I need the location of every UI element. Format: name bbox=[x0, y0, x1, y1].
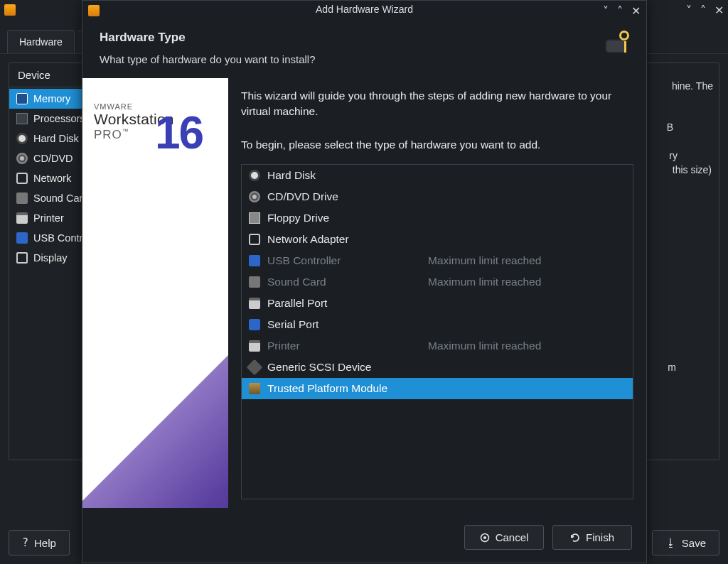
hdd-icon bbox=[16, 133, 28, 144]
brand-version: 16 bbox=[155, 107, 203, 159]
cancel-icon bbox=[480, 533, 490, 543]
help-button-label: Help bbox=[34, 537, 56, 549]
close-icon[interactable]: ✕ bbox=[714, 4, 724, 17]
detail-text-fragment: ry bbox=[669, 150, 678, 161]
wizard-sidebar: VMWARE Workstation PRO™ 16 bbox=[82, 78, 228, 508]
wizard-body: VMWARE Workstation PRO™ 16 This wizard w… bbox=[82, 78, 646, 508]
app-icon bbox=[4, 4, 16, 16]
hardware-type-label: Network Adapter bbox=[267, 233, 395, 246]
hardware-type-status: Maximum limit reached bbox=[428, 340, 541, 352]
cd-icon bbox=[16, 153, 28, 164]
detail-text-fragment: B bbox=[667, 121, 673, 133]
net-icon bbox=[16, 173, 28, 184]
hdd-icon bbox=[249, 170, 260, 181]
detail-text-fragment: hine. The bbox=[672, 80, 713, 92]
finish-icon bbox=[570, 533, 580, 543]
printer-icon bbox=[249, 298, 260, 309]
detail-text-fragment: this size) bbox=[673, 164, 712, 175]
brand-pro: PRO bbox=[94, 128, 122, 141]
hardware-type-serial-port[interactable]: Serial Port bbox=[242, 314, 633, 335]
printer-icon bbox=[16, 212, 28, 224]
hardware-type-label: Printer bbox=[267, 340, 395, 352]
hardware-type-label: Hard Disk bbox=[267, 169, 395, 182]
cancel-button[interactable]: Cancel bbox=[464, 525, 544, 550]
display-icon bbox=[16, 252, 28, 264]
hardware-type-parallel-port[interactable]: Parallel Port bbox=[242, 293, 633, 314]
hardware-type-label: Serial Port bbox=[267, 318, 395, 331]
hardware-type-network-adapter[interactable]: Network Adapter bbox=[242, 229, 633, 250]
hardware-type-printer: PrinterMaximum limit reached bbox=[242, 335, 633, 357]
app-icon bbox=[88, 5, 100, 16]
hardware-type-usb-controller: USB ControllerMaximum limit reached bbox=[242, 250, 633, 271]
add-hardware-wizard: Add Hardware Wizard ˅ ˄ ✕ Hardware Type … bbox=[82, 0, 647, 563]
net-icon bbox=[249, 234, 260, 245]
maximize-icon[interactable]: ˄ bbox=[700, 4, 706, 17]
sound-icon bbox=[249, 276, 260, 288]
wizard-intro-text: This wizard will guide you through the s… bbox=[241, 88, 633, 120]
vmware-brand: VMWARE Workstation PRO™ 16 bbox=[94, 102, 174, 142]
save-button-label: Save bbox=[682, 537, 706, 549]
wizard-window-controls: ˅ ˄ ✕ bbox=[603, 4, 641, 18]
hardware-type-cd-dvd-drive[interactable]: CD/DVD Drive bbox=[242, 186, 633, 207]
hardware-type-label: USB Controller bbox=[267, 254, 395, 267]
wizard-title: Add Hardware Wizard bbox=[82, 4, 646, 15]
hardware-type-label: Floppy Drive bbox=[267, 212, 395, 224]
memory-icon bbox=[16, 93, 28, 104]
sound-icon bbox=[16, 192, 28, 204]
wizard-header: Hardware Type What type of hardware do y… bbox=[82, 21, 646, 78]
hardware-type-label: Trusted Platform Module bbox=[267, 382, 395, 395]
save-button[interactable]: ⭳ Save bbox=[652, 530, 719, 555]
hardware-key-icon bbox=[601, 31, 629, 55]
wizard-footer: Cancel Finish bbox=[82, 508, 646, 563]
usb-icon bbox=[16, 232, 28, 244]
wizard-heading: Hardware Type bbox=[100, 31, 316, 45]
usb-icon bbox=[249, 255, 260, 266]
hardware-type-label: CD/DVD Drive bbox=[267, 190, 395, 203]
parent-window-controls: ˅ ˄ ✕ bbox=[686, 4, 724, 17]
wizard-subheading: What type of hardware do you want to ins… bbox=[100, 53, 316, 65]
detail-text-fragment: m bbox=[668, 362, 676, 373]
printer-icon bbox=[249, 340, 260, 352]
close-icon[interactable]: ✕ bbox=[631, 4, 641, 18]
hardware-type-status: Maximum limit reached bbox=[428, 276, 541, 288]
finish-button[interactable]: Finish bbox=[552, 525, 632, 550]
wizard-main: This wizard will guide you through the s… bbox=[228, 78, 646, 508]
tpm-icon bbox=[249, 383, 260, 394]
maximize-icon[interactable]: ˄ bbox=[617, 4, 623, 18]
download-icon: ⭳ bbox=[665, 536, 676, 549]
device-item-label: Hard Disk bbox=[33, 133, 79, 144]
device-item-label: Processors bbox=[33, 113, 85, 124]
hardware-type-label: Sound Card bbox=[267, 276, 395, 288]
device-item-label: Printer bbox=[33, 212, 64, 224]
help-button[interactable]: ? Help bbox=[9, 530, 70, 555]
hardware-type-floppy-drive[interactable]: Floppy Drive bbox=[242, 207, 633, 229]
cancel-button-label: Cancel bbox=[496, 531, 529, 543]
hardware-type-sound-card: Sound CardMaximum limit reached bbox=[242, 271, 633, 293]
device-item-label: Memory bbox=[33, 93, 70, 104]
tab-hardware[interactable]: Hardware bbox=[7, 30, 75, 53]
serial-icon bbox=[249, 319, 260, 330]
device-item-label: Display bbox=[33, 252, 68, 264]
scsi-icon bbox=[247, 359, 263, 376]
hardware-type-status: Maximum limit reached bbox=[428, 254, 541, 267]
hardware-type-label: Generic SCSI Device bbox=[267, 361, 395, 374]
wizard-titlebar: Add Hardware Wizard ˅ ˄ ✕ bbox=[82, 1, 646, 21]
floppy-icon bbox=[249, 212, 260, 224]
finish-button-label: Finish bbox=[586, 531, 614, 543]
svg-point-1 bbox=[483, 536, 486, 539]
minimize-icon[interactable]: ˅ bbox=[686, 4, 692, 17]
hardware-type-hard-disk[interactable]: Hard Disk bbox=[242, 165, 633, 186]
hardware-type-list[interactable]: Hard DiskCD/DVD DriveFloppy DriveNetwork… bbox=[241, 164, 633, 499]
hardware-type-generic-scsi-device[interactable]: Generic SCSI Device bbox=[242, 357, 633, 378]
device-item-label: Network bbox=[33, 173, 71, 184]
hardware-type-label: Parallel Port bbox=[267, 297, 395, 310]
minimize-icon[interactable]: ˅ bbox=[603, 4, 609, 18]
device-item-label: Sound Card bbox=[33, 192, 88, 204]
proc-icon bbox=[16, 113, 28, 124]
device-item-label: CD/DVD bbox=[33, 153, 73, 164]
hardware-type-trusted-platform-module[interactable]: Trusted Platform Module bbox=[242, 378, 633, 399]
cd-icon bbox=[249, 191, 260, 202]
help-icon: ? bbox=[22, 536, 28, 549]
wizard-begin-text: To begin, please select the type of hard… bbox=[241, 139, 633, 151]
